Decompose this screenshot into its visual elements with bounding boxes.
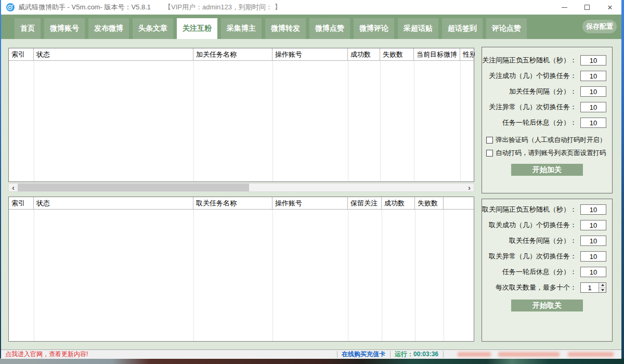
nav-tab-label: 采集博主 [227,24,256,33]
official-site-link[interactable]: 点我进入官网，查看更新内容! [5,350,88,359]
setting-row: 取关异常（几）次切换任务： [482,249,612,264]
setting-label: 取关成功（几）个切换任务： [489,220,577,230]
setting-label: 关注成功（几）个切换任务： [489,71,577,81]
column-divider [414,61,414,181]
column-divider [348,210,348,341]
spinner-up-button[interactable] [599,283,606,288]
setting-input[interactable] [580,251,606,262]
unfollow-task-table: 索引状态取关任务名称操作账号保留关注成功数失败数 [8,197,474,342]
nav-tab-5[interactable]: 采集博主 [221,18,262,39]
setting-label: 关注异常（几）次切换任务： [489,102,577,112]
nav-tab-label: 关注互粉 [183,24,212,33]
checkbox[interactable] [486,137,493,144]
blurred-text [458,352,491,357]
checkbox-label: 自动打码，请到账号列表页面设置打码 [496,149,606,158]
setting-input[interactable] [580,118,606,128]
unfollow-count-row: 每次取关数量，最多十个： [482,280,612,295]
nav-tab-0[interactable]: 首页 [15,18,41,39]
follow-task-table: 索引状态加关任务名称操作账号成功数失败数当前目标微博性别 [8,48,474,182]
minimize-icon [562,7,567,8]
scroll-left-icon[interactable]: ‹ [9,184,18,191]
nav-tab-11[interactable]: 评论点赞 [486,18,527,39]
column-header: 索引 [9,197,34,209]
run-label: 运行： [395,350,413,358]
tab-strip: 首页微博账号发布微博头条文章关注互粉采集博主微博转发微博点赞微博评论采超话贴超话… [15,18,527,39]
close-button[interactable]: ✕ [599,0,621,15]
scroll-right-icon[interactable]: › [465,184,474,191]
checkbox-label: 弹出验证码（人工或自动打码时开启） [496,136,606,145]
run-timer: 运行：00:03:36 [390,350,443,359]
column-header: 索引 [9,48,34,60]
unfollow-settings-panel: 取关间隔正负五秒随机（秒）： 取关成功（几）个切换任务： 取关任务间隔（分）： … [482,199,613,342]
nav-tab-label: 采超话贴 [404,24,433,33]
setting-label: 取关异常（几）次切换任务： [489,252,577,261]
checkbox-row: 弹出验证码（人工或自动打码时开启） [482,134,612,147]
nav-tab-label: 超话签到 [448,24,477,33]
column-header: 状态 [34,197,193,209]
follow-table-body [9,61,474,181]
column-header: 成功数 [348,48,380,60]
maximize-button[interactable] [576,0,599,15]
window-controls: ✕ [553,0,621,15]
setting-input[interactable] [580,220,606,230]
column-divider [193,61,194,181]
column-header: 当前目标微博 [414,48,460,60]
follow-table-header: 索引状态加关任务名称操作账号成功数失败数当前目标微博性别 [9,48,474,61]
status-divider [443,351,444,358]
column-header: 操作账号 [272,197,348,209]
column-divider [272,210,273,341]
column-header [444,197,475,209]
nav-tab-1[interactable]: 微博账号 [44,18,85,39]
nav-tab-7[interactable]: 微博点赞 [309,18,350,39]
unfollow-count-label: 每次取关数量，最多十个： [496,283,577,292]
start-unfollow-button[interactable]: 开始取关 [511,300,583,311]
setting-input[interactable] [580,267,606,277]
column-header: 加关任务名称 [193,48,272,60]
nav-tab-8[interactable]: 微博评论 [354,18,394,39]
minimize-button[interactable] [553,0,576,15]
window-title: 威武猫微博助手 - V5m.com- 版本号：V5.8.1 [18,3,151,12]
nav-tab-2[interactable]: 发布微博 [88,18,129,39]
setting-input[interactable] [580,71,606,81]
spinner-down-button[interactable] [599,288,606,293]
setting-row: 任务一轮后休息（分）： [482,115,612,131]
column-header: 操作账号 [272,48,348,60]
column-header: 性别 [460,48,475,60]
nav-tab-4[interactable]: 关注互粉 [177,18,217,39]
setting-input[interactable] [580,236,606,246]
nav-tab-3[interactable]: 头条文章 [133,18,173,39]
unfollow-count-input[interactable] [581,283,599,292]
checkbox[interactable] [486,150,493,157]
follow-table-hscrollbar[interactable]: ‹ › [8,183,474,192]
column-header: 失败数 [415,197,444,209]
tab-bar: 首页微博账号发布微博头条文章关注互粉采集博主微博转发微博点赞微博评论采超话贴超话… [1,15,621,39]
nav-tab-9[interactable]: 采超话贴 [398,18,438,39]
setting-input[interactable] [580,55,606,66]
start-follow-button[interactable]: 开始加关 [511,164,583,176]
setting-row: 关注异常（几）次切换任务： [482,99,612,115]
arrow-down-icon [601,289,604,291]
setting-row: 取关间隔正负五秒随机（秒）： [482,202,612,217]
nav-tab-label: 微博账号 [50,24,79,33]
follow-fields: 关注间隔正负五秒随机（秒）： 关注成功（几）个切换任务： 加关任务间隔（分）： … [482,47,612,131]
setting-label: 取关任务间隔（分）： [509,236,577,245]
save-config-button[interactable]: 保存配置 [582,20,617,33]
setting-input[interactable] [580,204,606,215]
nav-tab-6[interactable]: 微博转发 [265,18,306,39]
scrollbar-thumb[interactable] [18,184,249,191]
setting-input[interactable] [580,86,606,97]
desktop-wallpaper [0,358,624,364]
column-header: 保留关注 [348,197,382,209]
setting-label: 取关间隔正负五秒随机（秒）： [482,205,577,214]
unfollow-fields: 取关间隔正负五秒随机（秒）： 取关成功（几）个切换任务： 取关任务间隔（分）： … [482,199,612,280]
spinner-buttons [599,283,606,292]
nav-tab-10[interactable]: 超话签到 [442,18,483,39]
setting-row: 取关任务间隔（分）： [482,233,612,249]
unfollow-table-header: 索引状态取关任务名称操作账号保留关注成功数失败数 [9,197,474,210]
column-divider [34,61,34,181]
status-bar: 点我进入官网，查看更新内容! 在线购买充值卡 运行：00:03:36 [1,349,621,359]
unfollow-count-spinner [580,282,606,293]
setting-input[interactable] [580,102,606,112]
unfollow-table-body [9,210,474,341]
buy-card-link[interactable]: 在线购买充值卡 [337,350,390,359]
